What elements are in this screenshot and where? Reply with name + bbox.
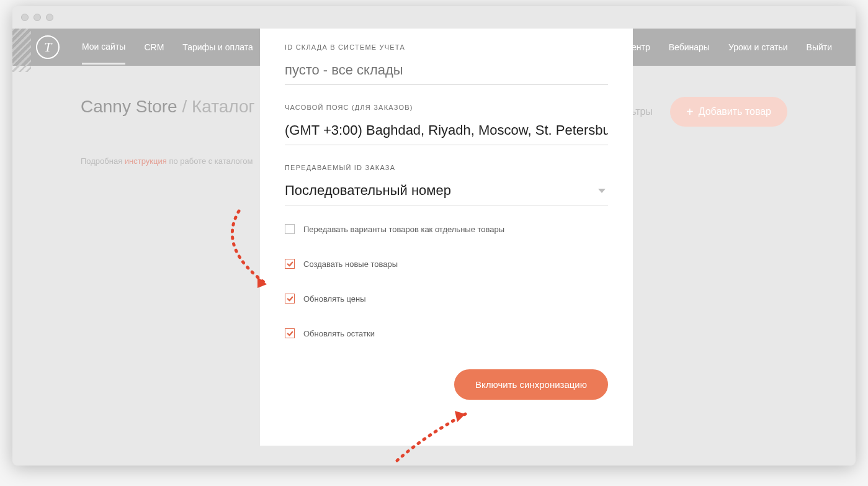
note-prefix: Подробная bbox=[81, 156, 125, 166]
breadcrumb-sep: / bbox=[182, 97, 187, 116]
checkbox-prices-label: Обновлять цены bbox=[303, 294, 366, 304]
chevron-down-icon bbox=[598, 189, 606, 193]
breadcrumb-page: Каталог bbox=[192, 97, 255, 116]
orderid-select[interactable]: Последовательный номер bbox=[285, 180, 608, 205]
warehouse-label: ID СКЛАДА В СИСТЕМЕ УЧЕТА bbox=[285, 43, 608, 51]
timezone-label: ЧАСОВОЙ ПОЯС (ДЛЯ ЗАКАЗОВ) bbox=[285, 104, 608, 111]
tilda-logo[interactable]: T bbox=[36, 35, 60, 59]
sync-settings-modal: ID СКЛАДА В СИСТЕМЕ УЧЕТА ЧАСОВОЙ ПОЯС (… bbox=[260, 29, 633, 446]
nav-lessons[interactable]: Уроки и статьи bbox=[728, 42, 788, 52]
warehouse-input[interactable] bbox=[285, 60, 608, 85]
note-suffix: по работе с каталогом bbox=[167, 156, 253, 166]
window-title-bar bbox=[12, 6, 856, 29]
checkbox-create[interactable] bbox=[285, 259, 295, 269]
nav-billing[interactable]: Тарифы и оплата bbox=[182, 42, 253, 52]
add-product-button[interactable]: + Добавить товар bbox=[670, 97, 787, 127]
close-window-icon[interactable] bbox=[21, 14, 29, 21]
add-product-label: Добавить товар bbox=[699, 106, 771, 117]
checkbox-variants[interactable] bbox=[285, 224, 295, 234]
breadcrumb-store[interactable]: Canny Store bbox=[81, 97, 177, 116]
nav-crm[interactable]: CRM bbox=[144, 42, 164, 52]
enable-sync-button[interactable]: Включить синхронизацию bbox=[454, 369, 608, 400]
checkbox-variants-row[interactable]: Передавать варианты товаров как отдельны… bbox=[285, 224, 608, 234]
checkbox-stock[interactable] bbox=[285, 328, 295, 338]
checkbox-create-label: Создавать новые товары bbox=[303, 259, 398, 269]
note-link[interactable]: инструкция bbox=[125, 156, 167, 166]
checkbox-stock-label: Обновлять остатки bbox=[303, 329, 375, 338]
nav-logout[interactable]: Выйти bbox=[807, 42, 832, 52]
orderid-label: ПЕРЕДАВАЕМЫЙ ID ЗАКАЗА bbox=[285, 164, 608, 171]
app-window: T Мои сайты CRM Тарифы и оплата Справочн… bbox=[12, 6, 856, 466]
nav-webinars[interactable]: Вебинары bbox=[669, 42, 710, 52]
plus-icon: + bbox=[686, 106, 694, 118]
checkbox-prices-row[interactable]: Обновлять цены bbox=[285, 294, 608, 304]
page-actions: Фильтры + Добавить товар bbox=[612, 97, 787, 127]
nav-my-sites[interactable]: Мои сайты bbox=[82, 42, 125, 65]
checkbox-create-row[interactable]: Создавать новые товары bbox=[285, 259, 608, 269]
maximize-window-icon[interactable] bbox=[46, 14, 53, 21]
checkbox-prices[interactable] bbox=[285, 294, 295, 304]
minimize-window-icon[interactable] bbox=[34, 14, 41, 21]
checkbox-stock-row[interactable]: Обновлять остатки bbox=[285, 328, 608, 338]
checkbox-variants-label: Передавать варианты товаров как отдельны… bbox=[303, 225, 504, 234]
timezone-select[interactable]: (GMT +3:00) Baghdad, Riyadh, Moscow, St.… bbox=[285, 120, 608, 145]
